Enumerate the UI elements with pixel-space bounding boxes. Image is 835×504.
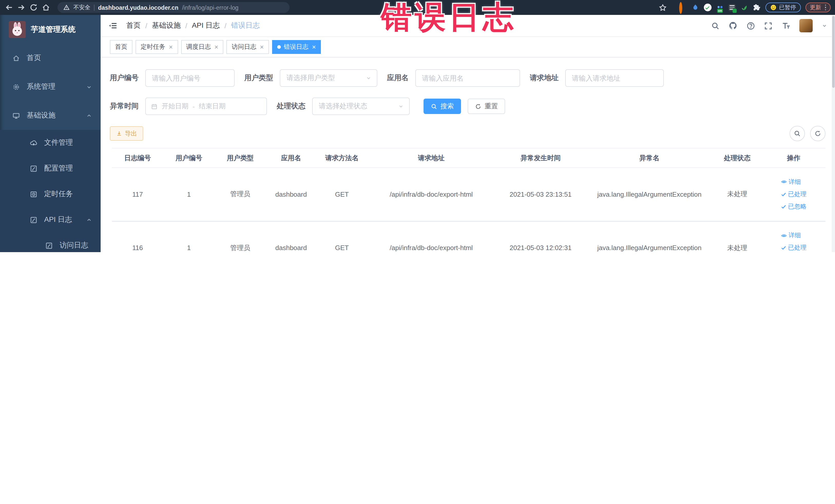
sidebar-logo[interactable]: 芋道管理系统 (0, 15, 101, 44)
scrollbar[interactable] (832, 15, 835, 252)
refresh-icon (475, 103, 482, 109)
scrollbar-thumb[interactable] (832, 16, 835, 88)
cell-request-url: /api/infra/db-doc/export-html (368, 168, 495, 221)
app-name-input[interactable] (415, 69, 520, 87)
gear-icon (12, 83, 20, 90)
edit-icon (45, 242, 53, 249)
cell-status: 未处理 (713, 221, 762, 252)
font-size-icon[interactable] (781, 21, 791, 30)
browser-actions: on 已暂停 更新 (658, 3, 831, 12)
tab-home[interactable]: 首页 (110, 40, 133, 54)
active-tab-dot (277, 45, 281, 49)
date-separator: - (192, 102, 195, 110)
navbar-actions (711, 19, 828, 32)
reset-button-label: 重置 (485, 102, 498, 111)
extension-list-icon[interactable] (728, 4, 735, 11)
process-status-select[interactable]: 请选择处理状态 (312, 98, 410, 115)
sidebar-item-label: 系统管理 (27, 82, 56, 92)
bookmark-star-icon[interactable] (658, 3, 667, 12)
collapse-sidebar-icon[interactable] (108, 21, 118, 30)
sidebar-item-scheduled-jobs[interactable]: 定时任务 (0, 181, 101, 207)
user-id-input[interactable] (145, 69, 235, 87)
col-exception-name: 异常名 (586, 148, 713, 168)
breadcrumb-home[interactable]: 首页 (126, 21, 141, 30)
breadcrumb-separator: / (185, 22, 187, 30)
request-url-input[interactable] (565, 69, 664, 87)
sidebar-item-access-log[interactable]: 访问日志 (0, 233, 101, 252)
ignored-label: 已忽略 (788, 202, 807, 211)
close-icon[interactable]: × (214, 44, 218, 49)
home-icon[interactable] (42, 3, 50, 12)
toggle-search-button[interactable] (790, 126, 805, 141)
table-settings (790, 126, 826, 141)
timer-icon (30, 190, 38, 198)
home-icon (12, 54, 20, 62)
col-request-url: 请求地址 (368, 148, 495, 168)
col-status: 处理状态 (713, 148, 762, 168)
col-exception-time: 异常发生时间 (495, 148, 586, 168)
breadcrumb-api-log[interactable]: API 日志 (192, 21, 220, 30)
extension-leaf-icon[interactable] (740, 4, 748, 11)
reload-icon[interactable] (29, 3, 38, 12)
detail-link[interactable]: 详细 (781, 178, 801, 186)
avatar[interactable] (799, 19, 813, 32)
search-button[interactable]: 搜索 (424, 99, 461, 114)
col-user-type: 用户类型 (215, 148, 266, 168)
breadcrumb-infra[interactable]: 基础设施 (152, 21, 181, 30)
select-placeholder: 请选择处理状态 (319, 102, 367, 111)
processed-label: 已处理 (788, 243, 807, 252)
sidebar-item-system[interactable]: 系统管理 (0, 73, 101, 101)
ignored-link[interactable]: 已忽略 (781, 202, 807, 211)
sidebar-item-api-log[interactable]: API 日志 (0, 207, 101, 233)
cell-method: GET (316, 168, 368, 221)
close-icon[interactable]: × (169, 44, 173, 49)
update-label: 更新 (810, 4, 821, 11)
refresh-table-button[interactable] (810, 126, 826, 141)
extension-on-badge: on (717, 9, 723, 13)
detail-link[interactable]: 详细 (781, 231, 801, 240)
forward-icon[interactable] (17, 3, 26, 12)
extension-shield-icon[interactable] (691, 4, 699, 11)
help-icon[interactable] (747, 21, 755, 30)
extension-grid-icon[interactable]: on (716, 4, 724, 11)
edit-icon (30, 165, 38, 172)
user-type-select[interactable]: 请选择用户类型 (280, 69, 377, 87)
paused-extension-pill[interactable]: 已暂停 (765, 3, 801, 12)
user-id-label: 用户编号 (110, 74, 139, 83)
sidebar-item-label: 首页 (27, 54, 41, 63)
processed-link[interactable]: 已处理 (781, 243, 807, 252)
fullscreen-icon[interactable] (764, 21, 773, 30)
close-icon[interactable]: × (260, 44, 264, 49)
cell-actions: 详细 已处理 已忽略 (762, 221, 826, 252)
processed-link[interactable]: 已处理 (781, 190, 807, 199)
date-range-picker[interactable]: 开始日期 - 结束日期 (145, 98, 267, 115)
github-icon[interactable] (729, 21, 738, 30)
browser-menu-icon[interactable] (825, 5, 826, 11)
tab-error-log[interactable]: 错误日志× (272, 40, 321, 54)
extension-orange-icon[interactable] (679, 4, 687, 11)
tab-scheduled-jobs[interactable]: 定时任务× (136, 40, 178, 54)
not-secure-label: 不安全 (74, 4, 90, 11)
address-bar[interactable]: 不安全 dashboard.yudao.iocoder.cn/infra/log… (58, 2, 289, 13)
search-icon[interactable] (711, 21, 720, 30)
table-row: 117 1 管理员 dashboard GET /api/infra/db-do… (112, 168, 826, 221)
sidebar-item-file-manage[interactable]: 文件管理 (0, 130, 101, 156)
sidebar-item-label: 基础设施 (27, 111, 56, 120)
reset-button[interactable]: 重置 (468, 99, 505, 114)
cell-log-id: 117 (112, 168, 163, 221)
error-log-table: 日志编号 用户编号 用户类型 应用名 请求方法名 请求地址 异常发生时间 异常名… (112, 148, 826, 252)
extension-check-icon[interactable] (704, 4, 711, 11)
close-icon[interactable]: × (312, 44, 316, 49)
tab-schedule-log[interactable]: 调度日志× (181, 40, 223, 54)
export-button[interactable]: 导出 (110, 126, 143, 141)
sidebar-item-home[interactable]: 首页 (0, 44, 101, 73)
sidebar-item-config-manage[interactable]: 配置管理 (0, 156, 101, 181)
monitor-icon (12, 112, 20, 119)
extensions-puzzle-icon[interactable] (752, 3, 760, 12)
sidebar-item-infra[interactable]: 基础设施 (0, 101, 101, 130)
back-icon[interactable] (5, 3, 13, 12)
update-button[interactable]: 更新 (805, 3, 831, 12)
tab-access-log[interactable]: 访问日志× (226, 40, 269, 54)
chevron-down-icon[interactable] (821, 23, 828, 29)
tags-view-bar: 首页 定时任务× 调度日志× 访问日志× 错误日志× (101, 37, 835, 58)
